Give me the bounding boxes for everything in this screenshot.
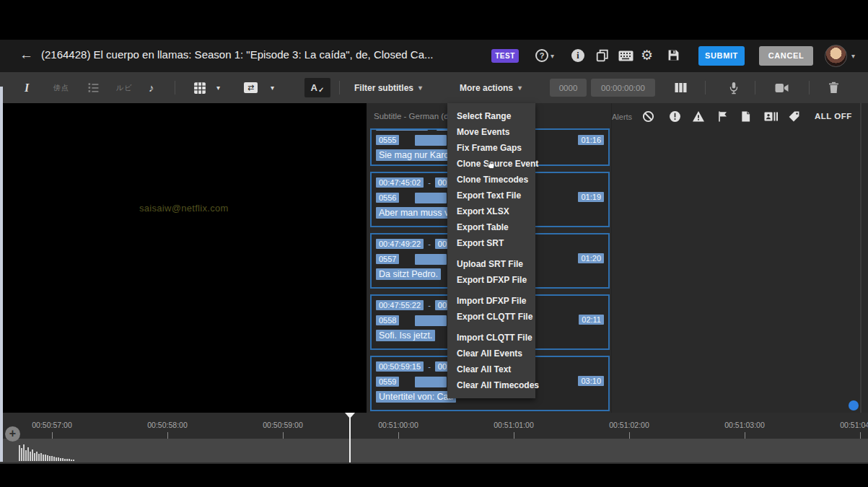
subtitle-text[interactable]: Sie mag nur Karott: [376, 149, 457, 161]
timeline-label: 00:50:57:00: [32, 421, 71, 429]
position-caret-icon[interactable]: ▾: [271, 72, 274, 103]
event-number: 0555: [376, 135, 399, 145]
boten-emphasis-button[interactable]: 傍点: [53, 72, 69, 103]
alert-blocked-icon[interactable]: [642, 110, 654, 123]
alerts-all-off-toggle[interactable]: ALL OFF: [815, 112, 852, 120]
subtitle-list-panel: Subtitle - German (de Alerts: [367, 103, 868, 413]
cancel-button[interactable]: CANCEL: [759, 46, 813, 66]
event-start-timecode[interactable]: 00:50:59:15: [376, 361, 424, 372]
timeline-label: 00:50:58:00: [147, 421, 187, 429]
timeline-zoom-button[interactable]: +: [5, 426, 20, 442]
alert-tag-icon[interactable]: [788, 110, 800, 123]
position-swap-icon[interactable]: ⇄: [244, 72, 258, 103]
waveform: [19, 444, 74, 461]
menu-item-import-dfxp-file[interactable]: Import DFXP File: [447, 293, 535, 309]
timeline[interactable]: 00:50:57:00 00:50:58:00 00:50:59:00 00:5…: [0, 413, 868, 464]
event-start-timecode[interactable]: 00:47:55:22: [376, 300, 424, 310]
filter-subtitles-dropdown[interactable]: Filter subtitles▾: [354, 72, 422, 103]
scrollbar-thumb[interactable]: [849, 400, 859, 411]
timeline-label: 00:51:00:00: [378, 421, 418, 429]
timecode-input[interactable]: [591, 79, 655, 97]
timeline-label: 00:51:02:00: [609, 421, 649, 429]
avatar[interactable]: [825, 45, 847, 67]
event-duration: 01:19: [578, 192, 604, 202]
avatar-caret-icon[interactable]: ▾: [851, 52, 855, 60]
alert-warning-icon[interactable]: [692, 110, 704, 123]
timeline-label: 00:51:03:00: [724, 421, 764, 429]
subtitle-text[interactable]: Sofi. Iss jetzt.: [376, 330, 435, 341]
help-icon[interactable]: ?: [535, 49, 548, 62]
subtitle-text[interactable]: Da sitzt Pedro.: [376, 268, 441, 280]
subtitle-authoring-app: ← (2164428) El cuerpo en llamas: Season …: [0, 40, 868, 464]
mouse-cursor-hand: [485, 159, 496, 171]
alert-flag-icon[interactable]: [717, 110, 729, 123]
main-area: saisaiw@netflix.com Subtitle - German (d…: [0, 103, 868, 413]
menu-item-move-events[interactable]: Move Events: [447, 124, 535, 140]
delete-trash-icon[interactable]: [828, 72, 839, 103]
playhead[interactable]: [349, 413, 351, 462]
header-bar: ← (2164428) El cuerpo en llamas: Season …: [0, 40, 868, 72]
info-icon[interactable]: i: [571, 49, 584, 62]
help-caret-icon[interactable]: ▾: [551, 52, 554, 60]
grid-caret-icon[interactable]: ▾: [216, 72, 220, 103]
copy-pages-icon[interactable]: [596, 49, 609, 62]
menu-item-fix-frame-gaps[interactable]: Fix Frame Gaps: [447, 140, 535, 156]
menu-item-clear-all-timecodes[interactable]: Clear All Timecodes: [447, 377, 535, 393]
microphone-icon[interactable]: [728, 72, 740, 103]
timeline-label: 00:51:04:00: [840, 421, 868, 429]
menu-item-export-clqtt-file[interactable]: Export CLQTT File: [447, 309, 535, 325]
page-title: (2164428) El cuerpo en llamas: Season 1:…: [41, 48, 433, 61]
timeline-label: 00:51:01:00: [494, 421, 533, 429]
event-start-timecode[interactable]: 00:47:49:22: [376, 239, 424, 249]
menu-item-select-range[interactable]: Select Range: [447, 108, 535, 124]
ruby-button[interactable]: ルビ: [116, 72, 132, 103]
back-arrow-icon[interactable]: ←: [19, 47, 33, 63]
menu-item-export-table[interactable]: Export Table: [447, 219, 535, 235]
timeline-track[interactable]: [0, 439, 868, 462]
event-duration: 01:20: [578, 253, 604, 263]
subtitle-text[interactable]: Untertitel von: Catl: [376, 391, 456, 403]
music-note-button[interactable]: ♪: [149, 72, 154, 103]
menu-item-upload-srt-file[interactable]: Upload SRT File: [447, 256, 535, 272]
alerts-label: Alerts: [612, 113, 632, 121]
settings-gear-icon[interactable]: ⚙: [641, 47, 653, 63]
grid-layout-icon[interactable]: [193, 72, 206, 103]
menu-item-clone-timecodes[interactable]: Clone Timecodes: [447, 172, 535, 188]
alert-badge-icon[interactable]: [764, 110, 776, 123]
event-number-input[interactable]: [550, 79, 587, 97]
submit-button[interactable]: SUBMIT: [698, 46, 745, 66]
timeline-label: 00:50:59:00: [263, 421, 302, 429]
menu-item-export-dfxp-file[interactable]: Export DFXP File: [447, 272, 535, 288]
watermark: saisaiw@netflix.com: [139, 203, 229, 214]
menu-item-export-srt[interactable]: Export SRT: [447, 235, 535, 251]
event-number: 0559: [376, 377, 399, 387]
video-player[interactable]: saisaiw@netflix.com: [0, 103, 367, 413]
save-icon[interactable]: [667, 49, 680, 61]
menu-item-import-clqtt-file[interactable]: Import CLQTT File: [447, 330, 535, 346]
numbered-list-icon[interactable]: [87, 72, 100, 103]
event-number: 0557: [376, 254, 399, 264]
window-edge-strip: [0, 87, 3, 462]
menu-item-clear-all-events[interactable]: Clear All Events: [447, 346, 535, 361]
menu-item-clear-all-text[interactable]: Clear All Text: [447, 361, 535, 377]
event-number: 0558: [376, 315, 399, 325]
menu-item-export-text-file[interactable]: Export Text File: [447, 188, 535, 203]
subtitle-column-header: Subtitle - German (de: [374, 112, 453, 120]
more-actions-menu: Select Range Move Events Fix Frame Gaps …: [447, 103, 535, 398]
alert-document-icon[interactable]: [740, 110, 753, 123]
event-duration: 01:16: [578, 135, 604, 145]
italic-button[interactable]: I: [25, 72, 29, 103]
spellcheck-button[interactable]: A✓: [304, 78, 330, 97]
event-start-timecode[interactable]: 00:47:45:02: [376, 177, 424, 188]
toolbar: I 傍点 ルビ ♪ ▾ ⇄ ▾ A✓: [0, 72, 868, 103]
more-actions-dropdown[interactable]: More actions▾: [460, 72, 522, 103]
alert-error-icon[interactable]: [669, 110, 681, 123]
event-number: 0556: [376, 193, 399, 203]
column-divider: [611, 103, 612, 413]
menu-item-export-xlsx[interactable]: Export XLSX: [447, 203, 535, 219]
video-camera-icon[interactable]: [775, 72, 789, 103]
subtitle-text[interactable]: Aber man muss vo: [376, 207, 457, 219]
columns-view-icon[interactable]: [675, 72, 687, 103]
keyboard-icon[interactable]: [618, 51, 634, 61]
scrollbar-track[interactable]: [860, 103, 862, 413]
